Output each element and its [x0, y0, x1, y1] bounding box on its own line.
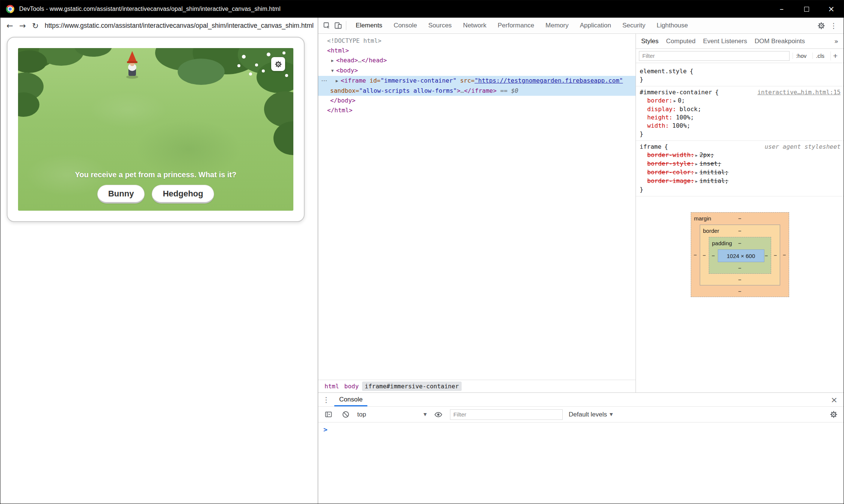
expand-shorthand-icon[interactable]: ▶: [695, 162, 698, 166]
forward-button[interactable]: →: [16, 21, 29, 30]
canvas-screen: You receive a pet from a princess. What …: [18, 48, 293, 211]
settings-gear-icon[interactable]: [815, 20, 827, 31]
tab-sources[interactable]: Sources: [423, 18, 457, 33]
tab-event-listeners[interactable]: Event Listeners: [699, 34, 751, 48]
tree-row-doctype[interactable]: <!DOCTYPE html>: [318, 36, 636, 46]
tree-row-body-close[interactable]: </body>: [318, 96, 636, 106]
rule-immersive-container[interactable]: #immersive-container{interactive…him.htm…: [636, 86, 844, 141]
maximize-button[interactable]: [794, 0, 819, 18]
styles-filter-row: :hov .cls +: [636, 49, 844, 63]
breadcrumb: html body iframe#immersive-container: [318, 380, 636, 392]
css-property[interactable]: height:100%;: [636, 113, 844, 122]
device-toolbar-icon[interactable]: [332, 20, 344, 31]
window-title: DevTools - www.gstatic.com/assistant/int…: [19, 6, 281, 12]
selector[interactable]: #immersive-container: [640, 88, 712, 97]
log-levels-selector[interactable]: Default levels▼: [569, 411, 613, 418]
twisty-collapsed-icon[interactable]: ▶: [333, 76, 341, 86]
tab-lighthouse[interactable]: Lighthouse: [651, 18, 693, 33]
tab-console[interactable]: Console: [388, 18, 423, 33]
css-property-overridden[interactable]: border-style:▶inset;: [636, 160, 844, 168]
expand-shorthand-icon[interactable]: ▶: [673, 99, 676, 103]
box-model: margin − − − − border − − − −: [691, 212, 789, 297]
console-drawer: ⋮ Console × top▼ Default levels▼ >: [318, 392, 844, 504]
styles-filter-input[interactable]: [639, 51, 790, 61]
expand-shorthand-icon[interactable]: ▶: [695, 153, 698, 157]
expand-shorthand-icon[interactable]: ▶: [695, 171, 698, 175]
node-menu-dots-icon[interactable]: ⋯: [321, 76, 327, 86]
canvas-settings-button[interactable]: [271, 57, 285, 71]
class-toggle-button[interactable]: .cls: [812, 53, 827, 59]
console-filter: [450, 409, 563, 420]
css-property-overridden[interactable]: border-image:▶initial;: [636, 177, 844, 186]
minimize-button[interactable]: –: [769, 0, 794, 18]
more-options-icon[interactable]: ⋮: [827, 21, 841, 30]
tab-security[interactable]: Security: [617, 18, 651, 33]
overflow-tabs-icon[interactable]: »: [830, 37, 842, 45]
inspect-element-icon[interactable]: [321, 20, 332, 31]
css-property-overridden[interactable]: border-width:▶2px;: [636, 151, 844, 160]
console-prompt[interactable]: >: [323, 426, 328, 433]
address-bar[interactable]: https://www.gstatic.com/assistant/intera…: [45, 22, 318, 30]
crumb-body[interactable]: body: [342, 382, 362, 391]
drawer-menu-icon[interactable]: ⋮: [318, 393, 334, 406]
console-output[interactable]: >: [318, 423, 844, 504]
twisty-collapsed-icon[interactable]: ▶: [329, 56, 336, 66]
divider: [346, 21, 346, 30]
console-settings-gear-icon[interactable]: [828, 409, 839, 420]
console-sidebar-toggle-icon[interactable]: [323, 409, 334, 420]
rule-iframe-user-agent[interactable]: iframe{user agent stylesheet border-widt…: [636, 141, 844, 196]
white-flowers: [18, 48, 20, 50]
choice-buttons: Bunny Hedgehog: [18, 185, 293, 204]
tab-network[interactable]: Network: [457, 18, 492, 33]
tree-row-iframe-selected[interactable]: ⋯▶<iframe id="immersive-container" src="…: [318, 76, 636, 96]
devtools-toolbar-right: ⋮: [815, 20, 844, 31]
tab-performance[interactable]: Performance: [492, 18, 540, 33]
clear-console-icon[interactable]: [340, 409, 351, 420]
crumb-html[interactable]: html: [322, 382, 342, 391]
reload-button[interactable]: ↻: [29, 21, 42, 30]
crumb-iframe[interactable]: iframe#immersive-container: [362, 382, 461, 391]
new-style-rule-button[interactable]: +: [830, 51, 841, 60]
pseudo-state-button[interactable]: :hov: [793, 53, 809, 59]
live-expression-eye-icon[interactable]: [433, 409, 444, 420]
browser-nav-bar: ← → ↻ https://www.gstatic.com/assistant/…: [0, 18, 318, 34]
choice-button-bunny[interactable]: Bunny: [97, 185, 145, 204]
selector[interactable]: iframe: [640, 143, 661, 151]
close-button[interactable]: ×: [819, 0, 844, 18]
tree-row-head[interactable]: ▶<head>…</head>: [318, 56, 636, 66]
expand-shorthand-icon[interactable]: ▶: [695, 179, 698, 183]
tab-application[interactable]: Application: [574, 18, 617, 33]
console-toolbar: top▼ Default levels▼: [318, 407, 844, 423]
css-property[interactable]: border:▶0;: [636, 97, 844, 105]
tablet-frame: You receive a pet from a princess. What …: [7, 37, 305, 222]
elements-tree: <!DOCTYPE html> <html> ▶<head>…</head> ▼…: [318, 34, 636, 392]
iframe-src-link[interactable]: "https://testgnomegarden.firebaseapp.com…: [474, 77, 623, 84]
tab-dom-breakpoints[interactable]: DOM Breakpoints: [751, 34, 809, 48]
rule-element-style[interactable]: element.style{ }: [636, 65, 844, 86]
devtools-panel: <!DOCTYPE html> <html> ▶<head>…</head> ▼…: [318, 34, 844, 504]
content-box: 1024 × 600: [718, 249, 764, 262]
css-property[interactable]: width:100%;: [636, 122, 844, 130]
tree-row-body-open[interactable]: ▼<body>: [318, 66, 636, 76]
selected-node-hint: == $0: [500, 87, 518, 94]
context-selector[interactable]: top▼: [357, 411, 427, 418]
stylesheet-source-link[interactable]: interactive…him.html:15: [753, 88, 841, 97]
tab-elements[interactable]: Elements: [350, 18, 388, 33]
title-bar: DevTools - www.gstatic.com/assistant/int…: [0, 0, 844, 18]
drawer-tab-console[interactable]: Console: [334, 393, 367, 406]
twisty-expanded-icon[interactable]: ▼: [329, 66, 336, 76]
drawer-tab-bar: ⋮ Console ×: [318, 393, 844, 407]
back-button[interactable]: ←: [3, 21, 16, 30]
tab-memory[interactable]: Memory: [540, 18, 574, 33]
drawer-close-icon[interactable]: ×: [825, 393, 844, 406]
tab-styles[interactable]: Styles: [637, 34, 662, 48]
tree-row-html-open[interactable]: <html>: [318, 46, 636, 56]
console-filter-input[interactable]: [450, 409, 563, 420]
chevron-down-icon: ▼: [610, 412, 613, 417]
choice-button-hedgehog[interactable]: Hedgehog: [152, 185, 214, 204]
css-property[interactable]: display:block;: [636, 105, 844, 113]
tab-computed[interactable]: Computed: [662, 34, 699, 48]
tree-row-html-close[interactable]: </html>: [318, 106, 636, 115]
selector[interactable]: element.style: [640, 67, 687, 75]
css-property-overridden[interactable]: border-color:▶initial;: [636, 168, 844, 177]
